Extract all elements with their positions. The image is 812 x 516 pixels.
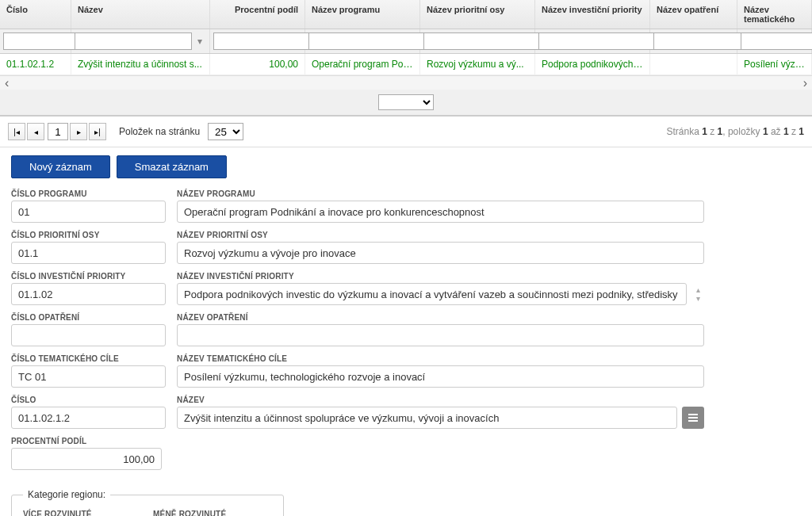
input-cislo-opatreni[interactable]: [11, 324, 166, 346]
label-vice-rozvinute: VÍCE ROZVINUTÉ: [23, 510, 142, 516]
col-header-tematicky[interactable]: Název tematického: [737, 0, 812, 29]
pager-next-button[interactable]: ▸: [70, 123, 87, 140]
action-bar: Nový záznam Smazat záznam: [0, 147, 812, 189]
input-nazev-osy[interactable]: [177, 242, 704, 264]
label-nazev-osy: NÁZEV PRIORITNÍ OSY: [177, 231, 704, 239]
label-cislo-priority: ČÍSLO INVESTIČNÍ PRIORITY: [11, 272, 166, 281]
cell-cislo: 01.1.02.1.2: [0, 54, 71, 75]
pager-bar: |◂ ◂ ▸ ▸| Položek na stránku 25 Stránka …: [0, 117, 812, 147]
svg-rect-1: [688, 417, 698, 419]
filter-program[interactable]: [308, 32, 426, 50]
label-cislo-opatreni: ČÍSLO OPATŘENÍ: [11, 313, 166, 322]
col-header-cislo[interactable]: Číslo: [0, 0, 71, 29]
list-lookup-button[interactable]: [682, 407, 704, 429]
pager-pagesize-select[interactable]: 25: [208, 123, 243, 140]
filter-tematicky[interactable]: [741, 32, 812, 50]
fieldset-kategorie-regionu: Kategorie regionu: VÍCE ROZVINUTÉ MÉNĚ R…: [11, 489, 284, 516]
grid-header-row: Číslo Název Procentní podíl Název progra…: [0, 0, 812, 29]
footer-dropdown[interactable]: [378, 94, 434, 110]
label-nazev: NÁZEV: [177, 396, 704, 404]
label-cislo: ČÍSLO: [11, 396, 166, 404]
pager-prev-button[interactable]: ◂: [27, 123, 44, 140]
grid-footer: [0, 90, 812, 116]
label-cislo-tc: ČÍSLO TEMATICKÉHO CÍLE: [11, 354, 166, 363]
filter-icon[interactable]: ▾: [193, 34, 206, 48]
input-cislo-tc[interactable]: [11, 365, 166, 388]
input-nazev-priority[interactable]: [177, 283, 687, 305]
scroll-right-icon[interactable]: ›: [803, 77, 807, 90]
detail-form: ČÍSLO PROGRAMU NÁZEV PROGRAMU ČÍSLO PRIO…: [0, 189, 812, 516]
grid-filter-row: ▾ ▾ ▾ ▾ ▾ ▾ ▾: [0, 29, 812, 54]
input-procentni[interactable]: [11, 448, 162, 470]
delete-record-button[interactable]: Smazat záznam: [117, 155, 227, 178]
new-record-button[interactable]: Nový záznam: [11, 155, 110, 178]
input-nazev-programu[interactable]: [177, 201, 704, 223]
col-header-nazev[interactable]: Název: [71, 0, 210, 29]
svg-rect-2: [688, 420, 698, 422]
cell-podil: 100,00: [210, 54, 305, 75]
table-row[interactable]: 01.1.02.1.2 Zvýšit intenzitu a účinnost …: [0, 54, 812, 75]
pager-page-input[interactable]: [48, 123, 68, 140]
label-nazev-priority: NÁZEV INVESTIČNÍ PRIORITY: [177, 272, 704, 281]
filter-priorita[interactable]: [538, 32, 656, 50]
label-mene-rozvinute: MÉNĚ ROZVINUTÉ: [153, 510, 272, 516]
horizontal-scrollbar[interactable]: ‹ ›: [0, 75, 812, 90]
svg-rect-0: [688, 414, 698, 415]
label-procentni: PROCENTNÍ PODÍL: [11, 437, 162, 445]
col-header-priorita[interactable]: Název investiční priority: [535, 0, 650, 29]
cell-tematicky: Posílení výzkum: [737, 54, 812, 75]
col-header-podil[interactable]: Procentní podíl: [210, 0, 305, 29]
filter-osa[interactable]: [423, 32, 541, 50]
pager-first-button[interactable]: |◂: [8, 123, 25, 140]
col-header-program[interactable]: Název programu: [305, 0, 420, 29]
filter-nazev[interactable]: [75, 32, 192, 50]
pager-label: Položek na stránku: [119, 126, 200, 137]
input-cislo-priority[interactable]: [11, 283, 166, 305]
cell-osa: Rozvoj výzkumu a vý...: [420, 54, 535, 75]
col-header-osa[interactable]: Název prioritní osy: [420, 0, 535, 29]
cell-opatreni: [650, 54, 737, 75]
input-cislo[interactable]: [11, 407, 166, 429]
pager-info: Stránka 1 z 1, položky 1 až 1 z 1: [666, 126, 804, 137]
col-header-opatreni[interactable]: Název opatření: [650, 0, 737, 29]
pager-last-button[interactable]: ▸|: [89, 123, 106, 140]
cell-nazev: Zvýšit intenzitu a účinnost s...: [71, 54, 210, 75]
input-nazev-opatreni[interactable]: [177, 324, 704, 346]
input-nazev[interactable]: [177, 407, 677, 429]
cell-program: Operační program Pod...: [305, 54, 420, 75]
label-nazev-tc: NÁZEV TEMATICKÉHO CÍLE: [177, 354, 704, 363]
cell-priorita: Podpora podnikových i...: [535, 54, 650, 75]
input-cislo-osy[interactable]: [11, 242, 166, 264]
label-cislo-osy: ČÍSLO PRIORITNÍ OSY: [11, 231, 166, 239]
data-grid: Číslo Název Procentní podíl Název progra…: [0, 0, 812, 117]
input-cislo-programu[interactable]: [11, 201, 166, 223]
input-nazev-tc[interactable]: [177, 365, 704, 388]
label-cislo-programu: ČÍSLO PROGRAMU: [11, 189, 166, 198]
textarea-scroll-icon[interactable]: ▴▾: [691, 285, 704, 303]
fieldset-legend: Kategorie regionu:: [23, 489, 110, 500]
label-nazev-programu: NÁZEV PROGRAMU: [177, 189, 704, 198]
label-nazev-opatreni: NÁZEV OPATŘENÍ: [177, 313, 704, 322]
scroll-left-icon[interactable]: ‹: [5, 77, 9, 90]
list-icon: [688, 412, 699, 423]
